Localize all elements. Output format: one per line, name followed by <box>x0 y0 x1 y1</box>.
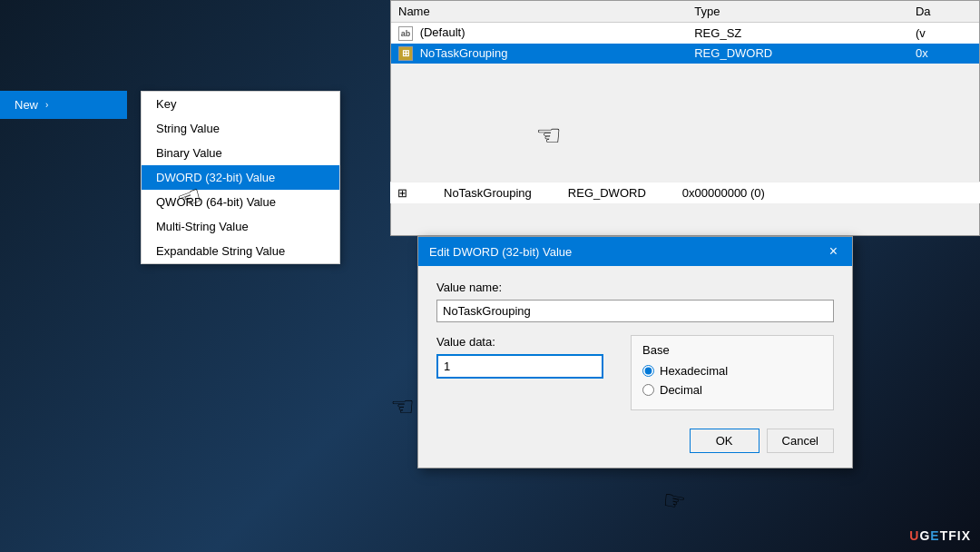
new-label: New <box>15 98 38 112</box>
radio-dec-row: Decimal <box>642 383 822 397</box>
watermark-fix: FIX <box>948 528 971 543</box>
dialog-titlebar: Edit DWORD (32-bit) Value × <box>418 237 852 266</box>
row-type: REG_SZ <box>687 23 908 44</box>
detail-type: REG_DWORD <box>568 186 646 200</box>
row-name: (Default) <box>420 25 466 39</box>
value-data-section: Value data: <box>436 335 616 379</box>
dialog-body: Value name: Value data: Base Hexadecimal… <box>418 266 852 468</box>
dialog-buttons: OK Cancel <box>436 425 834 453</box>
reg-icon-bits: ⊞ <box>398 46 413 61</box>
detail-data: 0x00000000 (0) <box>682 186 765 200</box>
base-label: Base <box>642 343 822 357</box>
dialog-title: Edit DWORD (32-bit) Value <box>429 245 572 259</box>
submenu-item-key[interactable]: Key <box>142 92 339 116</box>
edit-dword-dialog: Edit DWORD (32-bit) Value × Value name: … <box>417 236 853 468</box>
row-name-selected: NoTaskGrouping <box>420 46 508 60</box>
table-row[interactable]: ab (Default) REG_SZ (v <box>391 23 979 44</box>
watermark-e: E <box>930 528 939 543</box>
watermark-t: T <box>940 528 949 543</box>
context-submenu: Key String Value Binary Value DWORD (32-… <box>141 91 340 264</box>
dialog-data-row: Value data: Base Hexadecimal Decimal <box>436 335 834 410</box>
radio-hex-row: Hexadecimal <box>642 364 822 378</box>
table-row-selected[interactable]: ⊞ NoTaskGrouping REG_DWORD 0x <box>391 44 979 64</box>
context-menu-area: New › Key String Value Binary Value DWOR… <box>0 91 381 119</box>
row-data-selected: 0x <box>908 44 979 64</box>
dialog-close-button[interactable]: × <box>826 244 841 259</box>
col-data: Da <box>908 1 979 23</box>
watermark-u: U <box>909 528 919 543</box>
watermark-g: G <box>919 528 930 543</box>
col-name: Name <box>391 1 687 23</box>
detail-name: NoTaskGrouping <box>444 186 532 200</box>
base-group: Base Hexadecimal Decimal <box>631 335 834 410</box>
watermark: UGETFIX <box>909 528 971 543</box>
value-name-input[interactable] <box>436 300 834 322</box>
value-data-label: Value data: <box>436 335 616 349</box>
radio-dec-label: Decimal <box>660 383 702 397</box>
context-menu-row: New › Key String Value Binary Value DWOR… <box>0 91 381 119</box>
value-data-input[interactable] <box>436 354 603 379</box>
registry-row-detail: ⊞ NoTaskGrouping REG_DWORD 0x00000000 (0… <box>390 182 980 203</box>
reg-icon-ab: ab <box>398 26 413 41</box>
detail-icon: ⊞ <box>397 186 407 200</box>
submenu-item-binary[interactable]: Binary Value <box>142 141 339 165</box>
new-arrow-icon: › <box>45 100 48 110</box>
value-name-label: Value name: <box>436 281 834 294</box>
col-type: Type <box>687 1 908 23</box>
row-type-selected: REG_DWORD <box>687 44 908 64</box>
submenu-item-multi[interactable]: Multi-String Value <box>142 214 339 239</box>
radio-decimal[interactable] <box>642 384 654 396</box>
registry-table: Name Type Da ab (Default) REG_SZ (v ⊞ No… <box>391 1 979 64</box>
submenu-item-dword[interactable]: DWORD (32-bit) Value <box>142 165 339 190</box>
cancel-button[interactable]: Cancel <box>767 429 834 453</box>
ok-button[interactable]: OK <box>690 429 760 453</box>
submenu-item-string[interactable]: String Value <box>142 116 339 141</box>
new-menu-item[interactable]: New › <box>0 91 127 119</box>
submenu-item-expandable[interactable]: Expandable String Value <box>142 239 339 263</box>
radio-hex-label: Hexadecimal <box>660 364 728 378</box>
radio-hexadecimal[interactable] <box>642 365 654 377</box>
row-data: (v <box>908 23 979 44</box>
submenu-item-qword[interactable]: QWORD (64-bit) Value <box>142 190 339 214</box>
